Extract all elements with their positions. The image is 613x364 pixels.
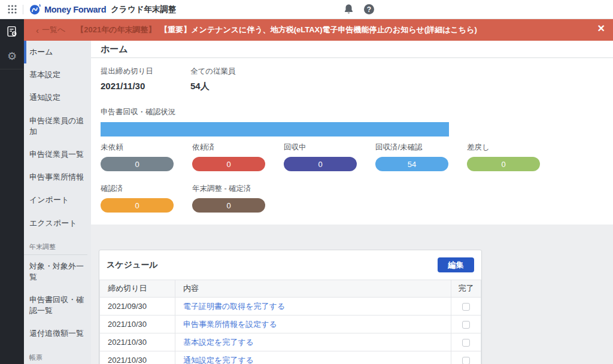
schedule-table: 締め切り日 内容 完了 2021/09/30電子証明書の取得を完了する2021/… xyxy=(99,280,481,364)
status-pill-label: 依頼済 xyxy=(192,142,265,153)
done-cell xyxy=(451,351,481,364)
status-pill-value: 0 xyxy=(192,157,265,171)
sidebar-item[interactable]: 申告書回収・確認一覧 xyxy=(24,289,91,322)
column-done: 完了 xyxy=(451,280,481,298)
brand-logo[interactable]: Money Forward クラウド年末調整 xyxy=(29,4,177,16)
table-row: 2021/10/30申告事業所情報を設定する xyxy=(100,316,481,333)
maintenance-notice-link[interactable]: 【重要】メンテナンスに伴う、地方税(eLTAX)電子申告機能停止のお知らせ(詳細… xyxy=(160,25,477,35)
collection-progress-bar xyxy=(101,122,449,136)
app-rail: ⚙ xyxy=(0,19,24,364)
task-cell: 基本設定を完了する xyxy=(175,333,451,351)
year-context-label: 【2021年の年末調整】 xyxy=(76,25,156,35)
status-pill-item: 依頼済0 xyxy=(192,142,265,171)
money-forward-logo-icon xyxy=(29,4,41,16)
employees-stat: 全ての従業員 54人 xyxy=(190,66,280,92)
done-cell xyxy=(451,333,481,351)
schedule-table-body: 2021/09/30電子証明書の取得を完了する2021/10/30申告事業所情報… xyxy=(100,298,481,364)
status-pill-item: 差戻し0 xyxy=(467,142,540,171)
task-link[interactable]: 基本設定を完了する xyxy=(183,338,254,347)
help-icon[interactable]: ? xyxy=(364,4,374,14)
sidebar-item[interactable]: 還付追徴額一覧 xyxy=(24,322,91,345)
schedule-title: スケジュール xyxy=(107,260,158,271)
status-pill-value: 54 xyxy=(375,157,448,171)
stats: 提出締め切り日 2021/11/30 全ての従業員 54人 xyxy=(101,66,603,92)
status-pill-label: 回収中 xyxy=(284,142,357,153)
sidebar-item[interactable]: 申告事業所情報 xyxy=(24,166,91,189)
page-title-row: ホーム xyxy=(91,41,613,58)
sidebar-item[interactable]: ホーム xyxy=(24,41,91,63)
status-pill-value: 0 xyxy=(284,157,357,171)
page-title: ホーム xyxy=(101,44,128,55)
sidebar-item[interactable]: 基本設定 xyxy=(24,63,91,86)
table-header-row: 締め切り日 内容 完了 xyxy=(100,280,481,298)
status-pill-item: 回収中0 xyxy=(284,142,357,171)
status-pill-grid: 未依頼0依頼済0回収中0回収済/未確認54差戻し0確認済0年末調整 - 確定済0 xyxy=(101,142,562,213)
brand-name: Money Forward xyxy=(44,5,106,14)
column-content: 内容 xyxy=(175,280,451,298)
status-pill-value: 0 xyxy=(467,157,540,171)
deadline-cell: 2021/10/30 xyxy=(100,351,175,364)
apps-grid-icon[interactable] xyxy=(7,4,17,14)
task-link[interactable]: 電子証明書の取得を完了する xyxy=(183,302,285,311)
deadline-stat: 提出締め切り日 2021/11/30 xyxy=(101,66,190,92)
status-pill-label: 差戻し xyxy=(467,142,540,153)
chevron-left-icon: ‹ xyxy=(36,25,39,35)
main-content: ホーム 提出締め切り日 2021/11/30 全ての従業員 54人 申告書回収・ xyxy=(91,41,613,364)
done-checkbox[interactable] xyxy=(462,303,470,311)
sidebar-item[interactable]: インポート xyxy=(24,189,91,211)
done-checkbox[interactable] xyxy=(462,357,470,364)
back-to-list-link[interactable]: ‹ 一覧へ xyxy=(36,25,65,35)
status-pill-item: 回収済/未確認54 xyxy=(375,142,448,171)
done-cell xyxy=(451,298,481,316)
summary-section: 提出締め切り日 2021/11/30 全ての従業員 54人 申告書回収・確認状況… xyxy=(91,58,613,225)
table-row: 2021/09/30電子証明書の取得を完了する xyxy=(100,298,481,316)
task-link[interactable]: 申告事業所情報を設定する xyxy=(183,320,277,329)
done-cell xyxy=(451,316,481,333)
deadline-value: 2021/11/30 xyxy=(101,81,190,91)
status-pill-item: 年末調整 - 確定済0 xyxy=(192,184,265,213)
employees-label: 全ての従業員 xyxy=(190,66,280,77)
task-cell: 電子証明書の取得を完了する xyxy=(175,298,451,316)
back-to-list-label: 一覧へ xyxy=(42,25,65,35)
deadline-cell: 2021/10/30 xyxy=(100,316,175,333)
status-pill-label: 年末調整 - 確定済 xyxy=(192,184,265,194)
sidebar-item[interactable]: 申告従業員の追加 xyxy=(24,110,91,143)
status-pill-label: 未依頼 xyxy=(101,142,174,153)
status-pill-value: 0 xyxy=(101,198,174,213)
sidebar-section-label: 帳票 xyxy=(24,345,87,364)
sidebar: ホーム基本設定通知設定申告従業員の追加申告従業員一覧申告事業所情報インポートエク… xyxy=(24,41,91,364)
status-pill-item: 確認済0 xyxy=(101,184,174,213)
sidebar-item[interactable]: エクスポート xyxy=(24,212,91,235)
employees-value: 54人 xyxy=(190,81,280,92)
task-cell: 申告事業所情報を設定する xyxy=(175,316,451,333)
task-link[interactable]: 通知設定を完了する xyxy=(183,356,254,364)
close-icon[interactable]: ✕ xyxy=(597,24,605,34)
product-name: クラウド年末調整 xyxy=(111,4,176,15)
status-pill-value: 0 xyxy=(101,157,174,171)
status-pill-value: 0 xyxy=(192,198,265,213)
sidebar-item[interactable]: 対象・対象外一覧 xyxy=(24,255,91,289)
status-pill-label: 確認済 xyxy=(101,184,174,194)
status-pill-item: 未依頼0 xyxy=(101,142,174,171)
schedule-card-header: スケジュール 編集 xyxy=(99,250,481,280)
sidebar-item[interactable]: 申告従業員一覧 xyxy=(24,143,91,166)
done-checkbox[interactable] xyxy=(462,339,470,347)
banner-left: ‹ 一覧へ 【2021年の年末調整】 xyxy=(36,25,156,35)
divider xyxy=(23,5,23,14)
table-row: 2021/10/30通知設定を完了する xyxy=(100,351,481,364)
settings-gear-icon[interactable]: ⚙ xyxy=(0,43,24,69)
task-cell: 通知設定を完了する xyxy=(175,351,451,364)
year-end-adjustment-app-icon[interactable] xyxy=(0,19,24,43)
edit-button[interactable]: 編集 xyxy=(438,257,474,272)
schedule-card: スケジュール 編集 締め切り日 内容 完了 2021/0 xyxy=(99,250,482,364)
sidebar-item[interactable]: 通知設定 xyxy=(24,86,91,109)
alert-banner: ‹ 一覧へ 【2021年の年末調整】 【重要】メンテナンスに伴う、地方税(eLT… xyxy=(24,19,613,41)
deadline-cell: 2021/09/30 xyxy=(100,298,175,316)
done-checkbox[interactable] xyxy=(462,321,470,329)
sidebar-section-label: 年末調整 xyxy=(24,235,87,255)
table-row: 2021/10/30基本設定を完了する xyxy=(100,333,481,351)
column-deadline: 締め切り日 xyxy=(100,280,175,298)
deadline-label: 提出締め切り日 xyxy=(101,66,190,77)
bell-icon[interactable] xyxy=(344,4,354,17)
collection-status-label: 申告書回収・確認状況 xyxy=(101,107,603,117)
